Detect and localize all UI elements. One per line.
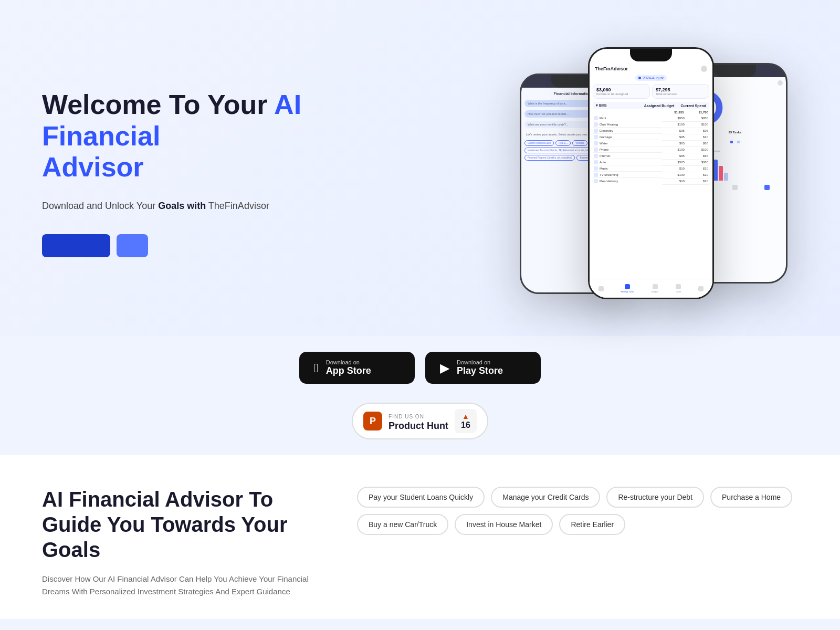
- product-hunt-section: P FIND US ON Product Hunt ▲ 16: [0, 394, 840, 455]
- phone-notch-left: [551, 75, 593, 88]
- appstore-text: Download on App Store: [326, 359, 371, 376]
- hero-secondary-button[interactable]: [117, 234, 148, 257]
- budget-row: $3,060 Income to be assigned $7,295 Tota…: [593, 84, 709, 99]
- app-header: TheFinAdvisor: [593, 65, 709, 75]
- bill-icon: [594, 148, 598, 152]
- bill-row: Auto $365 $365: [593, 159, 709, 165]
- tag-pill[interactable]: Retire Earlier: [559, 514, 625, 535]
- user-avatar: [701, 66, 707, 72]
- tag-pill[interactable]: Manage your Credit Cards: [491, 487, 600, 508]
- product-hunt-badge[interactable]: P FIND US ON Product Hunt ▲ 16: [352, 403, 488, 439]
- budget-icon: [653, 284, 658, 289]
- nav-budget[interactable]: Budget: [652, 284, 658, 293]
- right-avatar: [778, 80, 783, 86]
- bill-row: Music $10 $10: [593, 165, 709, 172]
- nav-home[interactable]: [598, 286, 604, 291]
- nav-goals[interactable]: Goals: [676, 284, 681, 293]
- bar-7: [719, 166, 723, 181]
- apple-icon: : [314, 361, 319, 375]
- nav-charts[interactable]: [698, 286, 704, 291]
- bill-icon: [594, 141, 598, 145]
- chat-opt-3[interactable]: Vehicles: [572, 140, 587, 146]
- bill-row: Garbage $95 $10: [593, 134, 709, 140]
- bottom-title: AI Financial Advisor To Guide You Toward…: [42, 487, 315, 562]
- bills-totals: $1,955 $1,780: [593, 111, 709, 114]
- ph-text: FIND US ON Product Hunt: [388, 411, 448, 432]
- appstore-button[interactable]:  Download on App Store: [299, 352, 415, 384]
- app-name: TheFinAdvisor: [595, 66, 628, 71]
- month-badge: 2024-August: [635, 75, 667, 81]
- bill-icon: [594, 166, 598, 171]
- bar-6: [713, 160, 718, 181]
- bill-row: Gas/ Heating $100 $100: [593, 121, 709, 128]
- bills-header: ▾ Bills Assigned Budget Current Spend: [593, 102, 709, 109]
- chat-opt-6[interactable]: Personal Property (Jewelry, art, valuabl…: [524, 155, 575, 161]
- bill-icon: [594, 122, 598, 127]
- tag-pill[interactable]: Invest in House Market: [455, 514, 553, 535]
- play-icon: ▶: [440, 361, 449, 375]
- nav-icon-3: [764, 185, 770, 190]
- bottom-desc: Discover How Our AI Financial Advisor Ca…: [42, 573, 315, 598]
- bill-icon: [594, 129, 598, 133]
- month-dot: [638, 77, 641, 79]
- hero-section: Welcome To Your AI Financial Advisor Dow…: [0, 0, 840, 336]
- hero-buttons: [42, 234, 315, 257]
- bill-row: Internet $65 $65: [593, 153, 709, 159]
- bill-row: Meal delivery $10 $10: [593, 178, 709, 184]
- phone-main: TheFinAdvisor 2024-August $3,060 Income …: [588, 47, 714, 299]
- phone-notch-main: [630, 49, 672, 61]
- playstore-text: Download on Play Store: [457, 359, 503, 376]
- ph-votes: ▲ 16: [455, 409, 477, 433]
- main-screen: TheFinAdvisor 2024-August $3,060 Income …: [590, 61, 712, 298]
- bar-8: [724, 173, 728, 181]
- income-card: $3,060 Income to be assigned: [593, 84, 650, 99]
- bill-row: Rent $950 $950: [593, 115, 709, 121]
- tag-pill[interactable]: Purchase a Home: [710, 487, 792, 508]
- chat-opt-5[interactable]: Investment Accounts(Stocks, TF, Retireme…: [524, 148, 593, 153]
- tags-container: Pay your Student Loans QuicklyManage you…: [357, 487, 798, 535]
- expenses-card: $7,295 Total expenses: [652, 84, 709, 99]
- bill-row: Water $65 $65: [593, 140, 709, 146]
- bill-icon: [594, 173, 598, 177]
- nav-icon-2: [732, 185, 738, 190]
- bill-icon: [594, 179, 598, 183]
- hero-cta-button[interactable]: [42, 234, 110, 257]
- legend-dot-2: [737, 141, 740, 143]
- expenses-label: Total expenses: [656, 92, 706, 96]
- bill-icon: [594, 154, 598, 158]
- legend-dot-1: [730, 141, 733, 143]
- tag-pill[interactable]: Pay your Student Loans Quickly: [357, 487, 485, 508]
- bottom-left: AI Financial Advisor To Guide You Toward…: [42, 487, 315, 598]
- bill-row: Electricity $95 $95: [593, 128, 709, 134]
- expenses-amount: $7,295: [656, 87, 706, 92]
- ph-logo: P: [363, 412, 382, 430]
- phone-mockups: Financial information What is the freque…: [504, 32, 798, 315]
- bill-row: TV streaming $100 $10: [593, 172, 709, 178]
- income-amount: $3,060: [596, 87, 646, 92]
- tag-pill[interactable]: Re-structure your Debt: [606, 487, 704, 508]
- bill-row: Phone $100 $100: [593, 146, 709, 153]
- bottom-right: Pay your Student Loans QuicklyManage you…: [357, 487, 798, 535]
- bill-icon: [594, 116, 598, 120]
- bill-icon: [594, 135, 598, 139]
- tasks-icon: [625, 284, 630, 289]
- chat-opt-1[interactable]: Current Account/Cash: [524, 140, 554, 146]
- playstore-button[interactable]: ▶ Download on Play Store: [425, 352, 541, 384]
- ph-count: 16: [461, 421, 470, 430]
- hero-title: Welcome To Your AI Financial Advisor: [42, 89, 315, 183]
- tag-pill[interactable]: Buy a new Car/Truck: [357, 514, 448, 535]
- bill-icon: [594, 160, 598, 164]
- ph-arrow: ▲: [461, 412, 470, 421]
- goals-icon: [676, 284, 681, 289]
- hero-subtitle: Download and Unlock Your Goals with TheF…: [42, 199, 315, 213]
- hero-left: Welcome To Your AI Financial Advisor Dow…: [42, 89, 315, 257]
- charts-icon: [698, 286, 704, 291]
- home-icon: [598, 286, 604, 291]
- income-label: Income to be assigned: [596, 92, 646, 96]
- phone-notch-right: [714, 65, 756, 77]
- bottom-section: AI Financial Advisor To Guide You Toward…: [0, 455, 840, 619]
- nav-tasks[interactable]: Manage Tasks: [621, 284, 635, 293]
- chat-opt-2[interactable]: Real E...: [555, 140, 571, 146]
- month-section: 2024-August: [593, 75, 709, 81]
- phone-nav: Manage Tasks Budget Goals: [590, 279, 712, 298]
